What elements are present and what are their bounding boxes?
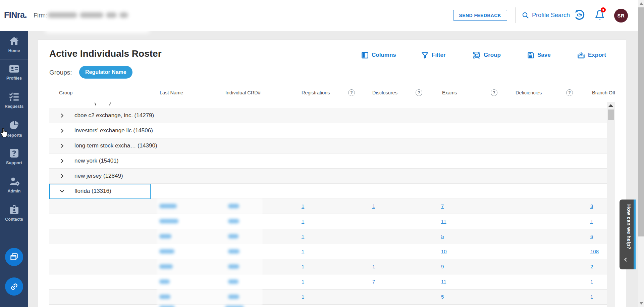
branch-offices-link[interactable]: 1: [590, 294, 593, 300]
user-avatar[interactable]: SR: [614, 9, 628, 23]
group-chip-regulator-name[interactable]: Regulator Name: [79, 66, 132, 79]
table-scrollbar[interactable]: [607, 102, 615, 307]
branch-offices-link[interactable]: 108: [590, 249, 599, 254]
sidebar-item-label: Support: [0, 161, 28, 165]
registrations-link[interactable]: 1: [302, 279, 304, 284]
quick-links-button[interactable]: [5, 277, 23, 296]
columns-button[interactable]: Columns: [362, 51, 396, 59]
redacted-value: [228, 249, 239, 254]
group-button[interactable]: Group: [473, 51, 501, 59]
firm-name-redacted-text: [119, 12, 128, 18]
exams-link[interactable]: 10: [441, 249, 447, 254]
exams-link[interactable]: 5: [441, 294, 444, 300]
recently-viewed-icon[interactable]: [574, 9, 586, 21]
export-icon: [578, 52, 585, 58]
save-button[interactable]: Save: [528, 51, 551, 59]
groups-label: Groups:: [49, 69, 72, 76]
help-question-icon[interactable]: ?: [416, 89, 422, 96]
group-row[interactable]: new jersey (12849): [49, 169, 607, 184]
table-row-partial-top: [49, 102, 607, 108]
sidebar-item-reports[interactable]: Reports: [0, 121, 28, 138]
group-row-label: investors' exchange llc (14506): [74, 127, 153, 134]
table-row: 1111: [49, 214, 607, 229]
sidebar-item-profiles[interactable]: Profiles: [0, 64, 28, 81]
send-feedback-button[interactable]: SEND FEEDBACK: [453, 10, 507, 21]
help-question-icon[interactable]: ?: [348, 89, 355, 96]
column-header-last_name[interactable]: Last Name: [160, 90, 183, 95]
group-row[interactable]: new york (15401): [49, 154, 607, 169]
page-scrollbar-down-arrow-icon[interactable]: [640, 302, 643, 305]
window-restore-button[interactable]: [5, 248, 23, 266]
table-scrollbar-up-arrow-icon[interactable]: [608, 104, 613, 107]
sidebar-item-contacts[interactable]: Contacts: [0, 205, 28, 222]
group-row[interactable]: cboe c2 exchange, inc. (14279): [49, 108, 607, 123]
redacted-value: [228, 264, 239, 269]
column-header-exams[interactable]: Exams: [442, 90, 457, 95]
column-header-crd[interactable]: Individual CRD#: [225, 90, 261, 95]
contacts-icon: [0, 205, 28, 216]
chevron-right-icon[interactable]: [60, 128, 64, 133]
branch-offices-link[interactable]: 6: [590, 233, 593, 239]
disclosures-link[interactable]: 1: [372, 264, 375, 269]
branch-offices-link[interactable]: 1: [590, 218, 593, 224]
exams-link[interactable]: 11: [441, 279, 446, 284]
column-header-deficiencies[interactable]: Deficiencies: [516, 90, 542, 95]
exams-link[interactable]: 7: [441, 203, 444, 209]
reports-icon: [0, 121, 28, 132]
chevron-right-icon[interactable]: [60, 159, 64, 163]
group-row-label: new jersey (12849): [74, 173, 123, 179]
chevron-right-icon[interactable]: [60, 174, 64, 178]
page-scrollbar-thumb[interactable]: [638, 7, 644, 236]
sidebar-item-home[interactable]: Home: [0, 36, 28, 53]
sidebar-item-support[interactable]: Support: [0, 148, 28, 165]
column-header-branch_offices[interactable]: Branch Offices: [592, 90, 615, 95]
requests-icon: [0, 92, 28, 103]
exams-link[interactable]: 9: [441, 264, 444, 269]
redacted-value: [159, 264, 173, 269]
exams-link[interactable]: 11: [441, 218, 446, 224]
column-header-disclosures[interactable]: Disclosures: [372, 90, 397, 95]
disclosures-link[interactable]: 1: [372, 203, 375, 209]
cutoff-text-mark: [95, 102, 96, 105]
registrations-link[interactable]: 1: [302, 203, 304, 209]
column-header-registrations[interactable]: Registrations: [302, 90, 330, 95]
registrations-link[interactable]: 1: [302, 294, 304, 300]
table-row: 17111: [49, 274, 607, 290]
save-icon: [528, 52, 534, 58]
filter-button[interactable]: Filter: [422, 51, 446, 59]
chevron-right-icon[interactable]: [60, 143, 64, 148]
exams-link[interactable]: 5: [441, 233, 444, 239]
focused-cell-outline: [49, 184, 151, 199]
branch-offices-link[interactable]: 2: [590, 264, 593, 269]
firm-name-redacted-text: [48, 12, 77, 18]
disclosures-link[interactable]: 7: [372, 279, 375, 284]
registrations-link[interactable]: 1: [302, 218, 304, 224]
branch-offices-link[interactable]: 1: [590, 279, 593, 284]
profile-search[interactable]: Profile Search: [522, 10, 570, 20]
window-restore-icon: [10, 253, 18, 261]
page-scrollbar-up-arrow-icon[interactable]: [640, 2, 643, 5]
sidebar-item-requests[interactable]: Requests: [0, 92, 28, 109]
group-row[interactable]: investors' exchange llc (14506): [49, 123, 607, 138]
export-button[interactable]: Export: [578, 51, 606, 59]
registrations-link[interactable]: 1: [302, 264, 304, 269]
help-question-icon[interactable]: ?: [566, 89, 573, 96]
group-row[interactable]: long-term stock excha… (14390): [49, 138, 607, 154]
table-row: 156: [49, 229, 607, 244]
help-tab-label: How can we help?: [621, 204, 632, 255]
sidebar-item-label: Home: [0, 48, 28, 53]
registrations-link[interactable]: 1: [302, 233, 304, 239]
sidebar-item-admin[interactable]: Admin: [0, 177, 28, 193]
redacted-value: [228, 219, 239, 223]
help-question-icon[interactable]: ?: [491, 89, 497, 96]
column-header-group[interactable]: Group: [59, 90, 72, 95]
group-row-label: new york (15401): [74, 158, 118, 164]
branch-offices-link[interactable]: 3: [590, 203, 593, 209]
sidebar-item-label: Requests: [0, 104, 28, 109]
redacted-value: [159, 249, 174, 254]
chevron-right-icon[interactable]: [60, 113, 64, 118]
table-scrollbar-thumb[interactable]: [608, 109, 614, 120]
firm-name-redaction: [45, 5, 149, 33]
table-row: 110108: [49, 244, 607, 259]
registrations-link[interactable]: 1: [302, 249, 304, 254]
